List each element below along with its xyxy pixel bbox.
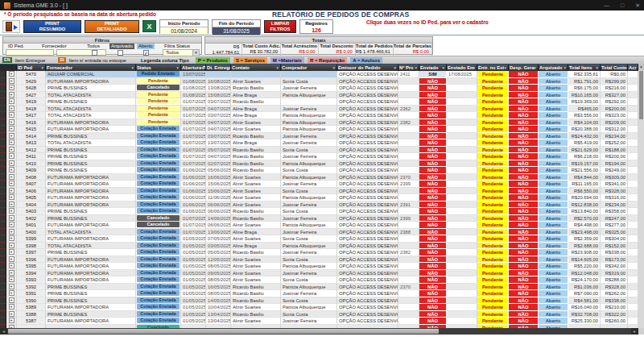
filter-arrow-icon[interactable]: ▼	[473, 64, 476, 71]
chevron-down-icon[interactable]: ▾	[192, 50, 199, 56]
table-row[interactable]: +5406FUTURAMA IMPORTADORACotação Enviada…	[0, 188, 638, 195]
expand-row-button[interactable]: +	[9, 284, 14, 289]
filter-arrow-icon[interactable]: ▼	[394, 64, 397, 71]
expand-row-button[interactable]: +	[9, 106, 14, 111]
table-row[interactable]: +5411PRIME BUSSINESCotação Enviada01/07/…	[0, 153, 638, 160]
table-row[interactable]: +5419PRIME BUSSINESPendente01/07/202503/…	[0, 98, 638, 106]
table-row[interactable]: +5400TOTAL ATACADISTACotação Enviada01/0…	[0, 229, 638, 236]
expand-row-button[interactable]: +	[9, 276, 14, 282]
column-header[interactable]: Total Itens▼	[568, 64, 601, 71]
table-row[interactable]: +5470AGUIAR COMERCIALPedido Enviado13/07…	[0, 71, 638, 78]
export-excel-icon[interactable]: X	[142, 20, 156, 32]
expand-row-button[interactable]: +	[9, 85, 14, 90]
filter-arrow-icon[interactable]: ▼	[534, 64, 537, 71]
table-row[interactable]: +5403PRIME BUSSINESCotação Enviada01/06/…	[0, 208, 638, 215]
column-header[interactable]: Fornecedor▼	[46, 64, 136, 71]
table-row[interactable]: +5410PRIME BUSSINESCotação Enviada01/07/…	[0, 160, 638, 168]
column-header[interactable]: Entr. no Est▼	[477, 64, 509, 71]
column-header[interactable]: Contato▼	[231, 64, 281, 71]
table-row[interactable]: +5401FUTURAMA IMPORTADORACancelado01/07/…	[0, 222, 638, 229]
table-row[interactable]: +5397PRIME BUSSINESCotação Enviada01/05/…	[0, 249, 638, 256]
expand-row-button[interactable]: +	[9, 208, 14, 214]
exit-door-icon[interactable]	[2, 20, 20, 33]
expand-row-button[interactable]: +	[9, 222, 14, 227]
filter-arrow-icon[interactable]: ▼	[564, 64, 567, 71]
column-header[interactable]: Acr	[628, 64, 638, 71]
limpar-filtros-button[interactable]: LIMPAR FILTROS	[264, 20, 296, 33]
vertical-scrollbar[interactable]: ▲ ▼	[638, 64, 644, 335]
close-button[interactable]: ✕	[635, 2, 640, 9]
fim-periodo-field[interactable]: Fim do Período 31/08/2025	[212, 19, 261, 34]
expand-row-button[interactable]: +	[9, 98, 14, 104]
table-row[interactable]: +5405FUTURAMA IMPORTADORACotação Enviada…	[0, 194, 638, 202]
scroll-left-icon[interactable]: ◄	[0, 328, 7, 335]
minimize-button[interactable]: —	[604, 2, 609, 9]
aberto-checkbox[interactable]: ✓	[143, 50, 149, 56]
table-row[interactable]: +5408FUTURAMA IMPORTADORACotação Enviada…	[0, 174, 638, 181]
filter-arrow-icon[interactable]: ▼	[41, 64, 44, 71]
expand-row-button[interactable]: +	[9, 167, 14, 172]
horizontal-scroll-thumb[interactable]	[8, 329, 439, 334]
column-header[interactable]: Total Custo Ad▼	[601, 64, 628, 71]
filter-arrow-icon[interactable]: ▼	[596, 64, 599, 71]
table-row[interactable]: +5387FUTURAMA IMPORTADORACotação Enviada…	[0, 318, 638, 325]
column-header[interactable]: Desp. Gera▼	[509, 64, 539, 71]
expand-row-button[interactable]: +	[9, 139, 14, 145]
scroll-right-icon[interactable]: ►	[631, 328, 638, 335]
expand-row-button[interactable]: +	[9, 297, 14, 303]
expand-row-button[interactable]: +	[9, 126, 14, 131]
expand-row-button[interactable]: +	[9, 160, 14, 166]
column-header[interactable]: Enviado▼	[419, 64, 447, 71]
filter-arrow-icon[interactable]: ▼	[623, 64, 626, 71]
table-row[interactable]: +5388PRIME BUSSINESCotação Enviada01/05/…	[0, 311, 638, 318]
print-detalhado-button[interactable]: PRINT DETALHADO	[85, 20, 139, 33]
filter-arrow-icon[interactable]: ▼	[442, 64, 445, 71]
expand-row-button[interactable]: +	[9, 270, 14, 276]
expand-row-button[interactable]: +	[9, 71, 14, 77]
expand-row-button[interactable]: +	[9, 215, 14, 221]
expand-row-button[interactable]: +	[9, 153, 14, 159]
column-header[interactable]: Comprador▼	[281, 64, 337, 71]
arquivado-checkbox[interactable]	[118, 50, 123, 56]
filter-arrow-icon[interactable]: ▼	[226, 64, 229, 71]
table-row[interactable]: +5393FUTURAMA IMPORTADORACotação Enviada…	[0, 276, 638, 284]
column-header[interactable]: Enviado Em▼	[447, 64, 477, 71]
column-header[interactable]: Dt. Entrega▼	[206, 64, 231, 71]
table-row[interactable]: +5413TOTAL ATACADISTACotação Enviada01/0…	[0, 139, 638, 147]
inicio-periodo-value[interactable]: 01/08/2024	[160, 27, 208, 35]
table-row[interactable]: +5417TOTAL ATACADISTAPendente01/07/20250…	[0, 112, 638, 119]
inicio-periodo-field[interactable]: Início Período 01/08/2024	[159, 19, 208, 34]
fornecedor-input[interactable]	[56, 49, 106, 56]
table-row[interactable]: +5398TOTAL ATACADISTACotação Enviada01/0…	[0, 243, 638, 250]
column-header[interactable]: Abertura Pe▼	[181, 64, 206, 71]
table-row[interactable]: +5415FUTURAMA IMPORTADORACotação Enviada…	[0, 126, 638, 133]
expand-row-button[interactable]: +	[9, 249, 14, 255]
filter-arrow-icon[interactable]: ▼	[332, 64, 336, 71]
horizontal-scrollbar[interactable]: ◄ ►	[0, 328, 638, 335]
print-resumido-button[interactable]: PRINT RESUMIDO	[23, 20, 81, 33]
column-header[interactable]: Nº Pro▼	[398, 64, 419, 71]
filter-arrow-icon[interactable]: ▼	[201, 64, 204, 71]
expand-row-button[interactable]: +	[9, 202, 14, 207]
expand-row-button[interactable]: +	[9, 188, 14, 193]
expand-row-button[interactable]: +	[9, 92, 14, 98]
column-header[interactable]: Arquivado▼	[539, 64, 568, 71]
scroll-up-icon[interactable]: ▲	[638, 64, 644, 70]
table-row[interactable]: +5409PRIME BUSSINESCotação Enviada01/06/…	[0, 167, 638, 174]
table-row[interactable]: +5395FUTURAMA IMPORTADORACotação Enviada…	[0, 263, 638, 270]
column-header[interactable]: Status▼	[136, 64, 181, 71]
table-row[interactable]: +5429FUTURAMA IMPORTADORAPendente01/08/2…	[0, 78, 638, 85]
expand-row-button[interactable]: +	[9, 133, 14, 139]
table-row[interactable]: +5402PRIME BUSSINESCancelado01/07/202514…	[0, 215, 638, 222]
expand-row-button[interactable]: +	[9, 243, 14, 248]
vertical-scroll-thumb[interactable]	[639, 71, 643, 119]
expand-row-button[interactable]: +	[9, 263, 14, 268]
table-row[interactable]: +5407FUTURAMA IMPORTADORACotação Enviada…	[0, 181, 638, 188]
table-row[interactable]: +5414PRIME BUSSINESCotação Enviada01/07/…	[0, 133, 638, 140]
column-header[interactable]: Emissor do Pedido▼	[337, 64, 398, 71]
expand-row-button[interactable]: +	[9, 304, 14, 310]
expand-row-button[interactable]: +	[9, 311, 14, 317]
filtra-status-dropdown[interactable]: Todos ▾	[163, 49, 200, 56]
expand-row-button[interactable]: +	[9, 147, 14, 152]
expand-row-button[interactable]: +	[9, 119, 14, 125]
